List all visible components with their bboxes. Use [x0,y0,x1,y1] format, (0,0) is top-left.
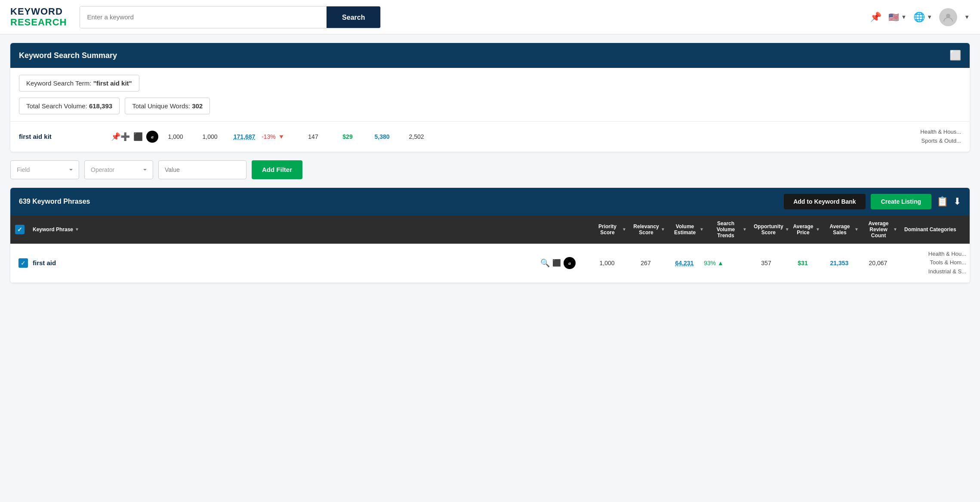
col-header-phrase[interactable]: Keyword Phrase ▼ [29,215,544,244]
summary-title: Keyword Search Summary [19,51,117,60]
avatar-dropdown-arrow[interactable]: ▼ [964,14,970,20]
col-header-icons-spacer [544,215,591,244]
pin-plus-icon[interactable]: 📌➕ [111,132,130,141]
table-row: ✓ first aid 🔍 ⬛ a 1,000 267 64,231 [10,244,970,283]
kw-categories: Health & Hous... Sports & Outd... [892,128,961,146]
col-header-avg-sales[interactable]: Average Sales ▼ [823,215,862,244]
summary-header: Keyword Search Summary ⬜ [10,43,970,68]
summary-body: Keyword Search Term: "first aid kit" Tot… [10,68,970,121]
kw-val2: 1,000 [193,133,227,140]
kw-cat1: Health & Hous... [892,128,961,137]
search-bar: Search [80,6,381,28]
total-unique-box: Total Unique Words: 302 [125,98,210,114]
logo-research: RESEARCH [10,17,67,28]
unique-value: 302 [192,102,203,110]
kw-cat2: Sports & Outd... [892,137,961,146]
trend-down-icon: 🔻 [277,133,285,140]
kw-icons: 📌➕ ⬛ a [111,131,158,143]
avg-review-sort-icon: ▼ [893,227,897,232]
grid-icon[interactable]: ⬛ [133,132,143,141]
row-icons: 🔍 ⬛ a [540,257,588,269]
add-to-keyword-bank-button[interactable]: Add to Keyword Bank [784,194,865,209]
trend-up-icon: ▲ [718,260,724,266]
kw-sales: 5,380 [365,133,399,140]
volume-sort-icon: ▼ [700,227,704,232]
unique-label: Total Unique Words: [132,102,190,110]
summary-term: Keyword Search Term: "first aid kit" [19,75,139,92]
row-cat1: Health & Hou... [897,250,966,259]
col-header-avg-price[interactable]: Average Price ▼ [789,215,823,244]
kw-name: first aid kit [19,133,105,140]
row-avg-review: 20,067 [859,260,897,266]
row-avg-sales: 21,353 [820,260,859,266]
term-value: "first aid kit" [93,80,132,87]
keyword-table-card: 639 Keyword Phrases Add to Keyword Bank … [10,188,970,283]
volume-value: 618,393 [89,102,112,110]
col-header-avg-review[interactable]: Average Review Count ▼ [862,215,901,244]
select-all-checkbox[interactable]: ✓ [15,225,25,234]
field-select[interactable]: Field [10,160,79,179]
summary-card: Keyword Search Summary ⬜ Keyword Search … [10,43,970,152]
volume-label: Total Search Volume: [26,102,87,110]
kw-val1: 1,000 [158,133,193,140]
add-filter-button[interactable]: Add Filter [252,160,302,179]
col-header-trends[interactable]: Search Volume Trends ▼ [707,215,750,244]
row-cat3: Industrial & S... [897,267,966,276]
kw-review: 2,502 [399,133,434,140]
col-header-check[interactable]: ✓ [10,215,29,244]
video-icon[interactable]: ⬜ [949,50,961,61]
globe-icon[interactable]: 🌐 ▼ [913,12,932,23]
col-header-categories: Dominant Categories [901,215,970,244]
row-avg-price: $31 [786,260,820,266]
total-volume-box: Total Search Volume: 618,393 [19,98,120,114]
col-header-volume[interactable]: Volume Estimate ▼ [669,215,707,244]
row-priority: 1,000 [588,260,626,266]
user-avatar[interactable] [939,8,957,26]
table-actions: Add to Keyword Bank Create Listing 📋 ⬇ [784,194,961,209]
search-input[interactable] [80,6,327,28]
term-label: Keyword Search Term: [26,80,91,87]
summary-stats: Total Search Volume: 618,393 Total Uniqu… [19,98,961,114]
relevancy-sort-icon: ▼ [661,227,665,232]
table-export-icon[interactable]: 📋 [937,196,948,207]
pin-icon[interactable]: 📌 [870,12,881,23]
trends-sort-icon: ▼ [743,227,747,232]
kw-price: $29 [330,133,365,140]
amazon-icon[interactable]: a [564,257,576,269]
phrase-sort-icon: ▼ [75,227,79,232]
filters-row: Field Operator Add Filter [10,160,970,179]
kw-volume[interactable]: 171,687 [227,133,262,140]
table-header-bar: 639 Keyword Phrases Add to Keyword Bank … [10,188,970,215]
avg-sales-sort-icon: ▼ [854,227,859,232]
row-volume: 64,231 [665,260,704,266]
row-opportunity: 357 [747,260,786,266]
row-checkbox-cell[interactable]: ✓ [14,258,33,268]
value-input[interactable] [158,160,247,179]
logo-keyword: KEYWORD [10,6,67,17]
main-content: Keyword Search Summary ⬜ Keyword Search … [0,34,980,291]
row-cat2: Tools & Hom... [897,258,966,267]
row-relevancy: 267 [626,260,665,266]
kw-trend: -13% 🔻 [262,133,296,140]
row-categories: Health & Hou... Tools & Hom... Industria… [897,250,966,276]
search-button[interactable]: Search [327,6,380,28]
app-header: KEYWORD RESEARCH Search 📌 🇺🇸 ▼ 🌐 ▼ ▼ [0,0,980,34]
row-trends: 93% ▲ [704,260,747,266]
flag-icon[interactable]: 🇺🇸 ▼ [888,12,906,22]
header-actions: 📌 🇺🇸 ▼ 🌐 ▼ ▼ [870,8,970,26]
operator-select[interactable]: Operator [84,160,153,179]
search-icon[interactable]: 🔍 [540,258,550,268]
amazon-icon[interactable]: a [146,131,158,143]
kw-val3: 147 [296,133,330,140]
grid-icon[interactable]: ⬛ [552,259,561,267]
priority-sort-icon: ▼ [622,227,626,232]
row-checkbox[interactable]: ✓ [18,258,28,268]
phrases-count-label: 639 Keyword Phrases [19,198,90,205]
table-column-headers: ✓ Keyword Phrase ▼ Priority Score ▼ Rele… [10,215,970,244]
col-header-priority[interactable]: Priority Score ▼ [591,215,630,244]
create-listing-button[interactable]: Create Listing [871,194,931,209]
table-download-icon[interactable]: ⬇ [953,196,961,207]
col-header-relevancy[interactable]: Relevancy Score ▼ [630,215,669,244]
col-header-opportunity[interactable]: Opportunity Score ▼ [750,215,789,244]
row-phrase: first aid [33,259,540,266]
